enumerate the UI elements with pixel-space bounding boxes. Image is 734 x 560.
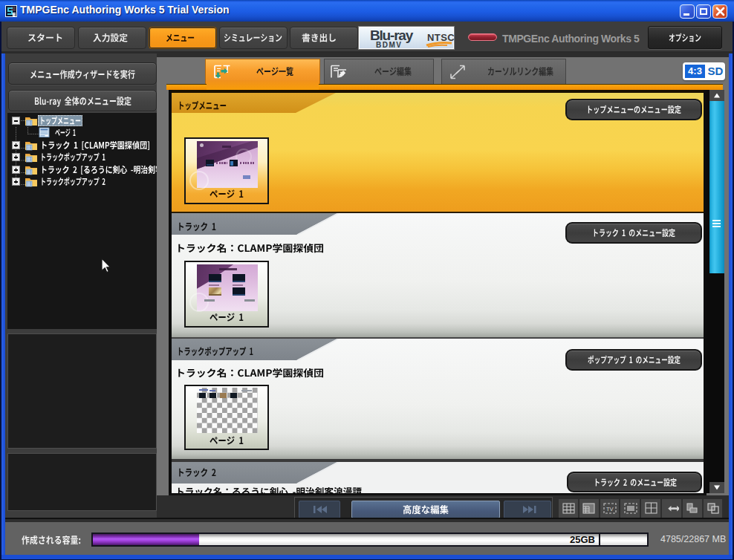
- svg-text:TV: TV: [606, 506, 614, 512]
